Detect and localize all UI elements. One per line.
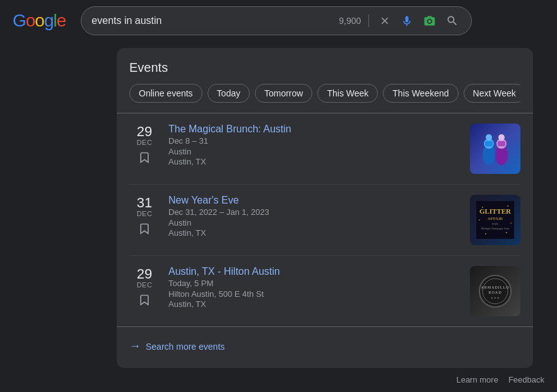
clear-icon (379, 15, 390, 26)
event-info-1: The Magical Brunch: Austin Dec 8 – 31 Au… (168, 124, 461, 166)
search-more-link[interactable]: → Search more events (129, 330, 520, 355)
svg-text:ROAD: ROAD (488, 291, 501, 294)
search-more-label: Search more events (146, 342, 225, 352)
mic-icon (401, 14, 413, 27)
event-name-2[interactable]: New Year's Eve (168, 195, 461, 206)
event-info-2: New Year's Eve Dec 31, 2022 – Jan 1, 202… (168, 195, 461, 238)
arrow-icon: → (129, 340, 141, 353)
svg-text:AFFAIR: AFFAIR (488, 216, 503, 221)
logo-e: e (57, 11, 66, 31)
bookmark-icon-2[interactable] (138, 222, 151, 238)
logo-o2: o (35, 11, 44, 31)
svg-point-16 (510, 222, 512, 224)
filter-this-weekend[interactable]: This Weekend (383, 84, 458, 103)
event-day-2: 31 (137, 196, 152, 210)
event-image-svg-1 (476, 130, 514, 168)
event-dates-2: Dec 31, 2022 – Jan 1, 2023 (168, 207, 461, 217)
event-date-3: 29 DEC (129, 266, 160, 309)
svg-point-6 (486, 134, 492, 141)
result-count: 9,900 (339, 16, 361, 26)
event-item-2: 31 DEC New Year's Eve Dec 31, 2022 – Jan… (129, 185, 520, 256)
svg-point-15 (479, 219, 480, 221)
filter-online-events[interactable]: Online events (129, 84, 202, 103)
search-input[interactable] (91, 15, 334, 26)
event-image-1 (470, 124, 520, 174)
feedback-link[interactable]: Feedback (508, 375, 544, 384)
svg-text:ARMADILLO: ARMADILLO (481, 285, 510, 289)
event-dates-1: Dec 8 – 31 (168, 136, 461, 146)
event-location-1: Austin, TX (168, 157, 461, 166)
event-month-2: DEC (137, 210, 153, 217)
camera-icon (423, 14, 436, 27)
event-image-2: GLITTER AFFAIR NYE Midnight Champagne To… (470, 195, 520, 245)
event-venue-1: Austin (168, 147, 461, 156)
svg-point-17 (506, 232, 507, 233)
event-venue-3: Hilton Austin, 500 E 4th St (168, 289, 461, 299)
bookmark-icon-1[interactable] (138, 151, 151, 166)
event-month-3: DEC (137, 281, 153, 289)
event-image-svg-2: GLITTER AFFAIR NYE Midnight Champagne To… (476, 201, 514, 239)
search-button[interactable] (443, 12, 461, 30)
event-image-3: ARMADILLO ROAD ★ ★ ★ (470, 266, 520, 316)
google-logo: Google (13, 11, 66, 31)
filter-this-week[interactable]: This Week (317, 84, 378, 103)
svg-point-18 (485, 233, 486, 234)
svg-text:NYE: NYE (492, 222, 498, 226)
header: Google 9,900 (0, 0, 557, 42)
event-dates-3: Today, 5 PM (168, 279, 461, 288)
event-image-svg-3: ARMADILLO ROAD ★ ★ ★ (476, 272, 514, 310)
events-card: Events Online events Today Tomorrow This… (117, 48, 533, 368)
camera-search-button[interactable] (421, 12, 438, 30)
svg-point-13 (482, 207, 483, 208)
event-location-3: Austin, TX (168, 299, 461, 309)
event-location-2: Austin, TX (168, 228, 461, 238)
event-date-2: 31 DEC (129, 195, 160, 238)
logo-g: G (13, 11, 26, 31)
event-item-3: 29 DEC Austin, TX - Hilton Austin Today,… (129, 256, 520, 326)
mic-button[interactable] (398, 12, 416, 30)
event-date-1: 29 DEC (129, 124, 160, 166)
svg-text:Midnight Champagne Toast: Midnight Champagne Toast (481, 227, 510, 230)
main-content: Events Online events Today Tomorrow This… (0, 42, 557, 381)
logo-o1: o (26, 11, 35, 31)
filter-tomorrow[interactable]: Tomorrow (255, 84, 312, 103)
event-item: 29 DEC The Magical Brunch: Austin Dec 8 … (129, 113, 520, 185)
bottom-divider (117, 326, 533, 327)
svg-text:★ ★ ★: ★ ★ ★ (491, 296, 500, 299)
footer: Learn more Feedback (456, 375, 544, 384)
logo-g2: g (44, 11, 54, 31)
divider (368, 14, 369, 27)
svg-rect-4 (485, 141, 493, 146)
events-title: Events (129, 61, 520, 75)
svg-point-14 (507, 205, 508, 207)
event-month-1: DEC (137, 139, 153, 146)
bookmark-icon-3[interactable] (138, 294, 151, 309)
filter-chips: Online events Today Tomorrow This Week T… (129, 84, 520, 103)
event-day-1: 29 (137, 125, 152, 139)
clear-button[interactable] (377, 13, 393, 29)
learn-more-link[interactable]: Learn more (456, 375, 498, 384)
event-name-1[interactable]: The Magical Brunch: Austin (168, 124, 461, 135)
search-bar[interactable]: 9,900 (81, 6, 472, 35)
svg-rect-5 (498, 141, 505, 146)
svg-point-7 (498, 134, 505, 141)
filter-today[interactable]: Today (208, 84, 250, 103)
filter-next-week[interactable]: Next Week (464, 84, 520, 103)
event-name-3[interactable]: Austin, TX - Hilton Austin (168, 266, 461, 277)
event-venue-2: Austin (168, 218, 461, 228)
event-day-3: 29 (137, 267, 152, 281)
search-icon (446, 14, 459, 27)
event-info-3: Austin, TX - Hilton Austin Today, 5 PM H… (168, 266, 461, 309)
svg-text:GLITTER: GLITTER (479, 207, 512, 215)
